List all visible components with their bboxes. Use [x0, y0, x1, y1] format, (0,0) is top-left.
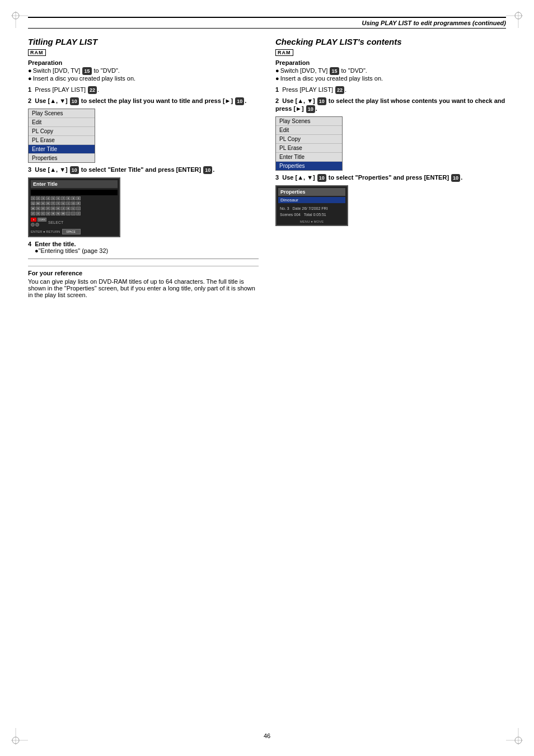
right-menu-enter-title: Enter Title — [276, 153, 342, 162]
right-prep-list: Switch [DVD, TV] 15 to "DVD". Insert a d… — [275, 67, 506, 82]
properties-info: No. 3 Date 26/ 7/2002 FRI Scenes 004 Tot… — [278, 205, 345, 218]
left-prep-item-1: Switch [DVD, TV] 15 to "DVD". — [28, 67, 259, 75]
left-menu-pl-copy: PL Copy — [29, 127, 95, 136]
page-footer: 46 — [0, 732, 534, 739]
btn-10-left-s3b: 10 — [203, 166, 212, 174]
key-3: 3 — [41, 196, 45, 200]
keyboard-left: 1234567890 QWERTYUIOP ASDFGHJKL; ZXCVBNM… — [31, 196, 81, 234]
kb-spacebar: SPACE — [62, 229, 81, 234]
left-menu-box: Play Scenes Edit PL Copy PL Erase Enter … — [28, 109, 95, 163]
key-j: J — [61, 206, 65, 210]
btn-10-right-s3a: 10 — [317, 174, 326, 182]
right-step-2: 2 Use [▲, ▼] 10 to select the play list … — [275, 97, 506, 113]
left-prep-list: Switch [DVD, TV] 15 to "DVD". Insert a d… — [28, 67, 259, 82]
left-menu-edit: Edit — [29, 118, 95, 127]
enter-title-input-bar — [31, 190, 118, 195]
key-slash: / — [76, 212, 81, 215]
key-row-1: 1234567890 — [31, 196, 81, 200]
btn-10-left-s2a: 10 — [70, 97, 79, 105]
kb-indicators: S CURS — [31, 218, 46, 227]
left-prep-title: Preparation — [28, 59, 259, 66]
properties-screen: Properties Dinosaur No. 3 Date 26/ 7/200… — [275, 185, 348, 226]
left-ram-badge: RAM — [28, 49, 46, 56]
key-semi: ; — [76, 206, 81, 210]
properties-header-bar: Properties — [278, 188, 345, 196]
header-text: Using PLAY LIST to edit programmes (cont… — [362, 20, 507, 26]
key-row-2: QWERTYUIOP — [31, 201, 81, 205]
left-menu-pl-erase: PL Erase — [29, 136, 95, 145]
btn-22-left-s1: 22 — [88, 86, 97, 94]
right-ram-badge: RAM — [275, 49, 293, 56]
key-o: O — [71, 201, 76, 205]
right-menu-pl-erase: PL Erase — [276, 144, 342, 153]
key-x: X — [36, 212, 40, 215]
select-label: SELECT — [48, 220, 63, 224]
key-8: 8 — [66, 196, 71, 200]
key-p: P — [76, 201, 81, 205]
right-step-1: 1 Press [PLAY LIST] 22. — [275, 86, 506, 94]
key-4: 4 — [46, 196, 50, 200]
key-m: M — [61, 212, 65, 215]
right-step-3: 3 Use [▲, ▼] 10 to select "Properties" a… — [275, 174, 506, 182]
btn-10-right-s2b: 10 — [306, 105, 315, 113]
key-f: F — [46, 206, 50, 210]
key-0: 0 — [76, 196, 81, 200]
right-prep-item-1: Switch [DVD, TV] 15 to "DVD". — [275, 67, 506, 75]
right-column: Checking PLAY LIST's contents RAM Prepar… — [275, 37, 506, 298]
key-2: 2 — [36, 196, 40, 200]
key-r: R — [46, 201, 50, 205]
left-note: For your reference You can give play lis… — [28, 266, 259, 298]
keyboard-area: 1234567890 QWERTYUIOP ASDFGHJKL; ZXCVBNM… — [31, 196, 118, 234]
key-t: T — [51, 201, 55, 205]
kb-enter-row: ENTER ● RETURN SPACE — [31, 229, 81, 234]
key-c: C — [41, 212, 45, 215]
key-n: N — [56, 212, 60, 215]
right-section-title: Checking PLAY LIST's contents — [275, 37, 506, 46]
key-row-4: ZXCVBNM,./ — [31, 212, 81, 215]
key-z: Z — [31, 212, 35, 215]
left-step-2: 2 Use [▲, ▼] 10 to select the play list … — [28, 97, 259, 105]
key-row-3: ASDFGHJKL; — [31, 206, 81, 210]
key-k: K — [66, 206, 71, 210]
page-header: Using PLAY LIST to edit programmes (cont… — [28, 17, 506, 29]
key-s: S — [36, 206, 40, 210]
btn-10-left-s2b: 10 — [235, 97, 244, 105]
key-dot: . — [71, 212, 76, 215]
left-step-3: 3 Use [▲, ▼] 10 to select "Enter Title" … — [28, 166, 259, 174]
properties-info-line-2: Scenes 004 Total 0:05:51 — [280, 212, 344, 218]
right-menu-play-scenes: Play Scenes — [276, 117, 342, 126]
key-w: W — [36, 201, 40, 205]
btn-15-left-prep: 15 — [82, 67, 91, 75]
radio-1 — [31, 223, 35, 227]
key-a: A — [31, 206, 35, 210]
left-step-4: 4 Enter the title. ●"Entering titles" (p… — [28, 241, 259, 254]
corner-mark-tr — [506, 11, 523, 28]
key-y: Y — [56, 201, 60, 205]
properties-bottom: MENU ● MOVE — [278, 220, 345, 223]
key-sel: S — [31, 218, 36, 222]
kb-indicator-row-2 — [31, 223, 46, 227]
key-g: G — [51, 206, 55, 210]
radio-2 — [35, 223, 39, 227]
enter-return-label: ENTER ● RETURN — [31, 230, 60, 233]
btn-10-right-s3b: 10 — [451, 174, 460, 182]
key-i: I — [66, 201, 71, 205]
right-prep-item-2: Insert a disc you created play lists on. — [275, 75, 506, 82]
enter-title-screen: Enter Title 1234567890 QWERTYUIOP ASDFGH… — [28, 177, 120, 237]
key-u: U — [61, 201, 65, 205]
right-menu-pl-copy: PL Copy — [276, 135, 342, 144]
kb-bottom-row: S CURS SELECT — [31, 218, 81, 227]
kb-indicator-row: S CURS — [31, 218, 46, 222]
key-7: 7 — [61, 196, 65, 200]
key-l: L — [71, 206, 76, 210]
right-menu-edit: Edit — [276, 126, 342, 135]
btn-10-right-s2a: 10 — [317, 97, 326, 105]
right-menu-properties: Properties — [276, 162, 342, 170]
kb-radio-btns — [31, 223, 39, 227]
key-comma: , — [66, 212, 71, 215]
key-6: 6 — [56, 196, 60, 200]
right-menu-box: Play Scenes Edit PL Copy PL Erase Enter … — [275, 116, 343, 171]
left-divider — [28, 259, 259, 259]
key-5: 5 — [51, 196, 55, 200]
btn-22-right-s1: 22 — [335, 86, 344, 94]
